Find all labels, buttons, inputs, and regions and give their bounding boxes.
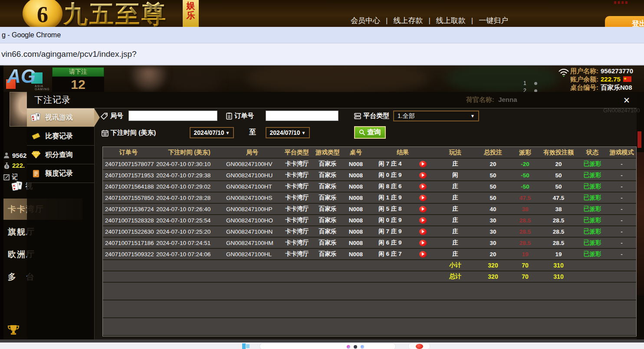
bet-time-label: 下注时间 (美东): [102, 129, 156, 137]
search-icon: [359, 129, 365, 136]
cell-valid: 38: [539, 204, 578, 214]
column-header: 结果: [370, 147, 435, 158]
total-cell: 310: [539, 260, 578, 271]
cell-time: 2024-07-10 07:26:40: [154, 204, 224, 214]
cell-bet: 30: [475, 226, 511, 237]
cell-game: 百家乐: [314, 238, 342, 248]
play-video-button[interactable]: [410, 170, 435, 180]
tab-match-records[interactable]: 比赛记录: [27, 127, 94, 146]
cell-bet: 50: [475, 192, 511, 203]
column-header: 局号: [224, 147, 280, 158]
dim-background-round: GN008247100: [603, 107, 640, 114]
nav-one-key-transfer[interactable]: 一键归户: [466, 16, 508, 26]
cell-pick: 庄: [435, 249, 475, 259]
taskbar-search-box[interactable]: [260, 343, 396, 349]
cell-result: 闲 5 庄 8: [370, 204, 410, 214]
cell-mode: -: [607, 204, 636, 214]
close-icon[interactable]: ✕: [622, 95, 631, 105]
cell-payout: 28.5: [511, 226, 539, 237]
logout-button[interactable]: 登出: [605, 16, 644, 27]
play-video-button[interactable]: [410, 181, 435, 192]
tab-points-query[interactable]: 积分查询: [27, 146, 94, 164]
cell-valid: 50: [539, 170, 578, 180]
cell-payout: -20: [511, 159, 539, 169]
play-icon[interactable]: [419, 251, 427, 258]
chrome-urlbar[interactable]: vin66.com/agingame/pcv1/index.jsp?: [0, 43, 644, 65]
total-cell: 310: [539, 271, 578, 282]
table-body: 2407100715780772024-07-10 07:30:10GN0082…: [103, 159, 636, 336]
cell-time: 2024-07-10 07:24:06: [154, 249, 224, 259]
account-balance: 222.75: [601, 75, 621, 83]
nav-withdraw[interactable]: 线上取款: [423, 16, 465, 26]
play-video-button[interactable]: [410, 215, 435, 225]
cell-platform: 卡卡湾厅: [280, 215, 314, 225]
play-icon[interactable]: [419, 161, 427, 167]
cell-table_no: N008: [342, 192, 370, 203]
tag-icon: [101, 113, 108, 120]
cell-valid: 50: [539, 181, 578, 192]
subtotal-row: 小计32070310: [103, 260, 636, 271]
cell-table_no: N008: [342, 215, 370, 225]
cell-payout: -50: [511, 170, 539, 180]
cell-platform: 卡卡湾厅: [280, 192, 314, 203]
cell-mode: -: [607, 181, 636, 192]
play-icon[interactable]: [419, 206, 427, 212]
svg-text:9: 9: [37, 113, 39, 117]
date-to-picker[interactable]: 2024/07/10▼: [266, 127, 310, 138]
cell-payout: 47.5: [511, 192, 539, 203]
tab-quota-records[interactable]: 额度记录: [27, 164, 94, 183]
table-row: 2407100715226302024-07-10 07:25:20GN0082…: [103, 226, 636, 238]
platform-select[interactable]: 1.全部▼: [393, 111, 479, 121]
cell-pick: 闲: [435, 170, 475, 180]
cell-round: GN008247100HM: [224, 238, 280, 248]
cell-status: 已派彩: [578, 215, 607, 225]
cell-order: 240710071536724: [103, 204, 154, 214]
cell-result: 闲 6 庄 9: [370, 238, 410, 248]
cell-result: 闲 7 庄 9: [370, 226, 410, 237]
date-from-picker[interactable]: 2024/07/10▼: [190, 127, 234, 138]
tab-video-games[interactable]: 9K♥ 视讯游戏: [27, 108, 94, 127]
site-logo-icon: 6: [23, 0, 62, 27]
play-video-button[interactable]: [410, 204, 435, 214]
taskbar-mini-icon: [361, 345, 364, 349]
date-range-to-label: 至: [249, 128, 256, 137]
taskbar-browser-icon[interactable]: [408, 343, 430, 349]
user-info-panel: 用户名称:956273770 账户余额:222.75 桌台编号:百家乐N08: [570, 67, 633, 91]
play-icon[interactable]: [419, 228, 427, 235]
money-bag-icon: $: [3, 162, 10, 169]
nav-member-center[interactable]: 会员中心: [351, 16, 380, 26]
cell-round: GN008247100HS: [224, 192, 280, 203]
play-icon[interactable]: [419, 183, 427, 190]
cell-order: 240710071571953: [103, 170, 154, 180]
gem-icon: [30, 151, 42, 159]
play-icon[interactable]: [419, 172, 427, 179]
table-row: 2407100715780772024-07-10 07:30:10GN0082…: [103, 159, 636, 170]
cell-result: 闲 0 庄 9: [370, 170, 410, 180]
search-button[interactable]: 查询: [354, 126, 386, 139]
play-video-button[interactable]: [410, 192, 435, 203]
play-video-button[interactable]: [410, 249, 435, 259]
nav-deposit[interactable]: 线上存款: [380, 16, 423, 26]
column-header: 派彩: [511, 147, 539, 158]
cell-table_no: N008: [342, 238, 370, 248]
table-header: 订单号下注时间 (美东)局号平台类型游戏类型桌号结果玩法总投注派彩有效投注额状态…: [103, 147, 636, 159]
window-bottom-strip: [0, 339, 644, 342]
cell-time: 2024-07-10 07:25:20: [154, 226, 224, 237]
cell-mode: -: [607, 226, 636, 237]
play-icon[interactable]: [419, 240, 427, 246]
game-topstrip: AG ASIA GAMING 请下注 12 1 2 用户名称:956273770…: [3, 65, 644, 92]
modal-content: 局号 订单号 平台类型 1.全部▼: [95, 108, 637, 339]
round-input[interactable]: [128, 111, 217, 121]
play-icon[interactable]: [419, 217, 427, 224]
table-row: 2407100715093222024-07-10 07:24:06GN0082…: [103, 249, 636, 260]
bet-prompt: 请下注: [52, 67, 104, 77]
play-video-button[interactable]: [410, 159, 435, 169]
page-left-edge: [0, 65, 3, 339]
order-input[interactable]: [266, 111, 338, 121]
cell-time: 2024-07-10 07:30:10: [154, 159, 224, 169]
play-icon[interactable]: [419, 195, 427, 201]
play-video-button[interactable]: [410, 238, 435, 248]
cell-payout: 38: [511, 204, 539, 214]
play-video-button[interactable]: [410, 226, 435, 237]
taskbar-app-icon[interactable]: [242, 343, 250, 349]
